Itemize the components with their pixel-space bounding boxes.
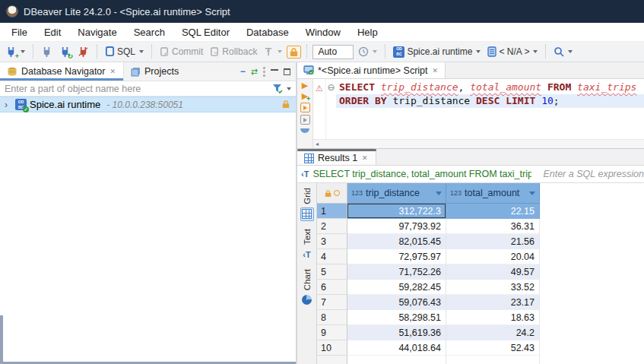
link-with-editor-icon[interactable]: ⇄ [251, 67, 258, 77]
sort-dropdown-icon[interactable] [436, 191, 442, 195]
results-filter-bar[interactable]: ‹T SELECT trip_distance, total_amount FR… [297, 166, 644, 183]
grid-cell-trip-distance[interactable]: 59,076.43 [347, 295, 446, 310]
active-database-selector[interactable]: < N/A > [485, 45, 540, 59]
transaction-log-button[interactable] [262, 46, 284, 59]
connection-tree-item[interactable]: › ODBC✓ Spice.ai runtime - 10.0.0.238:50… [0, 97, 296, 112]
grid-cell-total-amount[interactable]: 49.57 [446, 264, 540, 280]
view-menu-icon[interactable] [263, 67, 265, 77]
maximize-view-icon[interactable] [284, 68, 290, 75]
tab-grid[interactable] [300, 207, 314, 221]
minimize-view-icon[interactable] [271, 69, 278, 74]
grid-cell-total-amount[interactable]: 21.56 [446, 234, 540, 249]
menu-sql-editor[interactable]: SQL Editor [173, 23, 238, 41]
connect-button[interactable] [39, 45, 55, 59]
row-number-cell[interactable]: 10 [317, 340, 347, 356]
sql-code-area[interactable]: SELECT trip_distance, total_amount FROM … [336, 79, 644, 148]
grid-cell-trip-distance[interactable]: 312,722.3 [347, 204, 446, 219]
grid-cell-trip-distance[interactable]: 59,282.45 [347, 280, 446, 295]
filter-expression-placeholder: Enter a SQL expression to [543, 169, 644, 179]
grid-cell-trip-distance[interactable]: 44,018.64 [347, 340, 446, 356]
editor-horizontal-scrollbar[interactable]: ◂ [313, 139, 644, 148]
tab-text-label[interactable]: Text [303, 229, 312, 245]
grid-cell-total-amount[interactable]: 18.63 [446, 310, 540, 325]
sql-editor: ▶ ▶+ ⚠ ⊖ SELECT trip_distance, total_amo… [297, 79, 644, 149]
search-button[interactable] [551, 45, 575, 59]
menu-navigate[interactable]: Navigate [69, 23, 125, 41]
sort-dropdown-icon[interactable] [529, 191, 535, 195]
tab-chart-label[interactable]: Chart [303, 269, 312, 290]
execute-new-tab-button[interactable]: ▶+ [302, 92, 308, 100]
transaction-history-button[interactable] [356, 45, 379, 59]
text-icon: ‹T [303, 250, 310, 259]
menu-file[interactable]: File [3, 23, 36, 41]
autocommit-lock-button[interactable] [287, 46, 301, 59]
grid-cell-total-amount[interactable]: 33.52 [446, 280, 540, 295]
code-line[interactable]: ORDER BY trip_distance DESC LIMIT 10; [336, 94, 644, 108]
row-number-cell[interactable]: 2 [317, 219, 347, 234]
collapse-block-icon[interactable]: ⊖ [327, 82, 335, 93]
commit-button[interactable]: Commit [157, 45, 205, 59]
menu-search[interactable]: Search [125, 23, 173, 41]
row-number-cell[interactable]: 1 [317, 204, 347, 219]
grid-cell-trip-distance[interactable]: 51,619.36 [347, 325, 446, 340]
menu-help[interactable]: Help [349, 23, 386, 41]
disconnect-button[interactable] [75, 45, 91, 59]
row-number-cell[interactable]: 5 [317, 264, 347, 280]
close-icon[interactable]: ✕ [109, 68, 116, 75]
tab-text[interactable]: ‹T [300, 248, 314, 261]
filter-dropdown-icon[interactable] [287, 87, 291, 90]
new-connection-button[interactable]: + [3, 45, 27, 59]
tab-sql-script[interactable]: *<Spice.ai runtime> Script ✕ [297, 62, 446, 78]
scroll-left-icon[interactable]: ◂ [316, 141, 319, 147]
rollback-label: Rollback [222, 46, 257, 57]
grid-cell-total-amount[interactable]: 24.2 [446, 325, 540, 340]
tab-chart[interactable] [300, 293, 314, 307]
search-icon [554, 46, 564, 57]
results-view-tabs: Grid Text ‹T Chart [297, 183, 317, 364]
grid-cell-trip-distance[interactable]: 97,793.92 [347, 219, 446, 234]
active-connection-selector[interactable]: ODBC Spice.ai runtime [391, 45, 483, 59]
row-number-cell[interactable]: 9 [317, 325, 347, 340]
column-header-trip-distance[interactable]: 123 trip_distance [347, 183, 446, 204]
menu-database[interactable]: Database [238, 23, 297, 41]
navigator-filter[interactable]: Enter a part of object name here [0, 81, 296, 97]
row-number-cell[interactable]: 3 [317, 234, 347, 249]
column-header-total-amount[interactable]: 123 total_amount [446, 183, 540, 204]
grid-cell-total-amount[interactable]: 36.31 [446, 219, 540, 234]
tab-grid-label[interactable]: Grid [303, 188, 312, 204]
grid-cell-trip-distance[interactable]: 72,975.97 [347, 249, 446, 264]
collapse-all-icon[interactable]: − [240, 66, 246, 77]
filter-funnel-icon[interactable] [272, 84, 283, 93]
panel-icon[interactable] [300, 128, 309, 133]
tab-results-1[interactable]: Results 1 ✕ [297, 151, 376, 165]
grid-cell-total-amount[interactable]: 20.04 [446, 249, 540, 264]
row-number-cell[interactable]: 4 [317, 249, 347, 264]
grid-cell-total-amount[interactable]: 22.15 [446, 204, 540, 219]
grid-cell-trip-distance[interactable]: 71,752.26 [347, 264, 446, 280]
grid-cell-total-amount[interactable]: 52.43 [446, 340, 540, 356]
execute-script-button[interactable] [300, 103, 310, 112]
row-number-cell[interactable]: 6 [317, 280, 347, 295]
close-icon[interactable]: ✕ [432, 67, 439, 74]
code-line[interactable]: SELECT trip_distance, total_amount FROM … [336, 81, 644, 94]
expand-chevron-icon[interactable]: › [5, 100, 12, 110]
row-number-cell[interactable]: 8 [317, 310, 347, 325]
reconnect-button[interactable]: ↻ [57, 45, 73, 59]
explain-plan-button[interactable] [300, 115, 310, 125]
close-icon[interactable]: ✕ [361, 154, 369, 162]
sash-handle[interactable] [297, 149, 376, 151]
commit-mode-combo[interactable]: Auto [312, 45, 354, 59]
grid-corner-cell[interactable] [317, 183, 347, 204]
table-row: 759,076.4323.17 [317, 295, 644, 310]
sql-editor-button[interactable]: SQL [103, 45, 146, 59]
grid-cell-trip-distance[interactable]: 58,298.51 [347, 310, 446, 325]
execute-statement-button[interactable]: ▶ [302, 81, 308, 90]
tab-database-navigator[interactable]: Database Navigator ✕ [0, 62, 124, 81]
menu-window[interactable]: Window [297, 23, 349, 41]
row-number-cell[interactable]: 7 [317, 295, 347, 310]
rollback-button[interactable]: Rollback [208, 45, 259, 59]
grid-cell-trip-distance[interactable]: 82,015.45 [347, 234, 446, 249]
menu-edit[interactable]: Edit [36, 23, 69, 41]
tab-projects[interactable]: Projects [124, 62, 186, 81]
grid-cell-total-amount[interactable]: 23.17 [446, 295, 540, 310]
